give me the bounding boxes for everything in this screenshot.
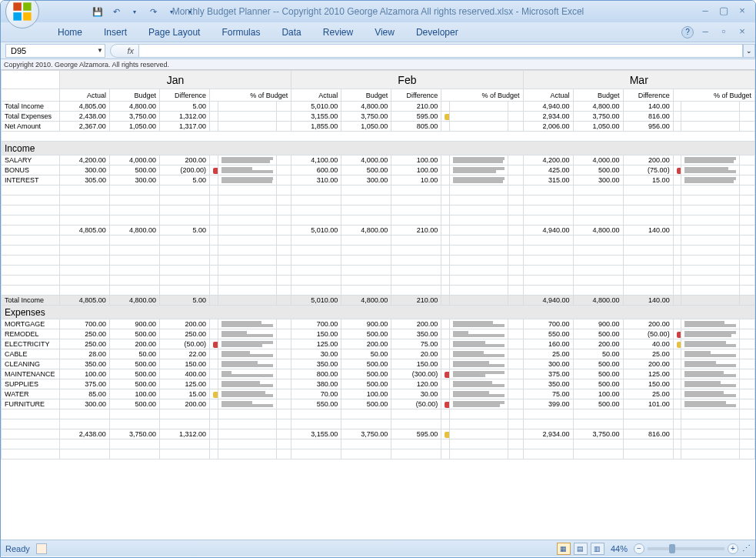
cell[interactable]: (50.00) [623, 329, 673, 339]
workbook-close-button[interactable]: × [735, 26, 749, 38]
cell[interactable]: 4,800.00 [341, 226, 391, 236]
cell[interactable]: 550.00 [291, 399, 341, 409]
cell[interactable]: 500.00 [341, 329, 391, 339]
cell[interactable]: 100.00 [341, 389, 391, 399]
cell[interactable]: 70.00 [291, 389, 341, 399]
cell[interactable]: 300.00 [573, 175, 623, 185]
data-table[interactable]: JanFebMarActualBudgetDifference% of Budg… [1, 70, 755, 459]
cell[interactable]: 150.00 [391, 359, 441, 369]
name-box-dropdown[interactable]: ▼ [97, 47, 103, 54]
insert-function-button[interactable]: fx [110, 44, 139, 58]
cell[interactable]: 50.00 [341, 349, 391, 359]
cell[interactable]: 100.00 [391, 165, 441, 175]
cell[interactable]: 305.00 [59, 175, 109, 185]
cell[interactable]: 140.00 [623, 296, 673, 306]
cell[interactable]: 200.00 [573, 339, 623, 349]
cell[interactable]: 1,312.00 [159, 429, 209, 439]
page-layout-view-button[interactable]: ▤ [574, 543, 588, 555]
cell[interactable]: 2,438.00 [59, 429, 109, 439]
cell[interactable]: 595.00 [391, 429, 441, 439]
zoom-level[interactable]: 44% [611, 544, 628, 553]
close-button[interactable]: × [735, 5, 749, 18]
cell[interactable]: 500.00 [109, 379, 159, 389]
zoom-slider[interactable] [648, 547, 724, 550]
cell[interactable]: 15.00 [159, 389, 209, 399]
cell[interactable] [681, 102, 740, 112]
cell[interactable]: 250.00 [59, 339, 109, 349]
help-button[interactable]: ? [681, 26, 694, 38]
cell[interactable]: 2,438.00 [59, 112, 109, 122]
cell[interactable] [450, 102, 508, 112]
cell[interactable] [681, 112, 740, 122]
cell[interactable]: 200.00 [623, 359, 673, 369]
macro-record-button[interactable] [36, 543, 47, 554]
cell[interactable] [218, 112, 276, 122]
cell[interactable]: 375.00 [523, 369, 573, 379]
cell[interactable]: 200.00 [391, 319, 441, 329]
cell[interactable]: 22.00 [159, 349, 209, 359]
cell[interactable]: 375.00 [59, 379, 109, 389]
cell[interactable]: 125.00 [291, 339, 341, 349]
cell[interactable]: 425.00 [523, 165, 573, 175]
cell[interactable]: 4,800.00 [109, 226, 159, 236]
cell[interactable]: 100.00 [573, 389, 623, 399]
cell[interactable]: 200.00 [159, 319, 209, 329]
page-break-view-button[interactable]: ▥ [591, 543, 604, 555]
cell[interactable]: 500.00 [341, 165, 391, 175]
cell[interactable]: 1,855.00 [291, 122, 341, 132]
cell[interactable]: 500.00 [573, 165, 623, 175]
cell[interactable]: 500.00 [573, 379, 623, 389]
cell[interactable]: 5.00 [159, 226, 209, 236]
cell[interactable]: 3,750.00 [109, 429, 159, 439]
cell[interactable]: 25.00 [523, 349, 573, 359]
cell[interactable]: 4,800.00 [341, 102, 391, 112]
undo-button[interactable]: ↶ [108, 4, 124, 19]
cell[interactable]: 3,750.00 [341, 112, 391, 122]
cell[interactable]: 805.00 [391, 122, 441, 132]
cell[interactable] [218, 102, 276, 112]
cell[interactable]: 500.00 [341, 399, 391, 409]
cell[interactable]: 315.00 [523, 175, 573, 185]
cell[interactable]: 30.00 [291, 349, 341, 359]
redo-dropdown[interactable]: ▾ [164, 4, 179, 19]
zoom-in-button[interactable]: + [728, 543, 738, 554]
name-box[interactable]: D95 ▼ [5, 44, 105, 58]
cell[interactable]: 75.00 [391, 339, 441, 349]
cell[interactable]: 350.00 [391, 329, 441, 339]
ribbon-tab-page-layout[interactable]: Page Layout [138, 24, 211, 41]
cell[interactable]: 4,805.00 [59, 226, 109, 236]
cell[interactable]: 140.00 [623, 226, 673, 236]
cell[interactable]: 4,800.00 [341, 296, 391, 306]
cell[interactable]: 700.00 [59, 319, 109, 329]
cell[interactable]: 125.00 [159, 379, 209, 389]
cell[interactable]: 4,800.00 [573, 296, 623, 306]
ribbon-tab-view[interactable]: View [364, 24, 405, 41]
resize-grip[interactable]: ⋰ [741, 543, 751, 553]
cell[interactable]: 800.00 [291, 369, 341, 379]
cell[interactable]: 4,940.00 [523, 296, 573, 306]
cell[interactable]: 200.00 [341, 339, 391, 349]
cell[interactable]: 120.00 [391, 379, 441, 389]
cell[interactable]: 28.00 [59, 349, 109, 359]
cell[interactable]: 500.00 [109, 359, 159, 369]
cell[interactable]: 200.00 [159, 399, 209, 409]
cell[interactable]: 250.00 [59, 329, 109, 339]
cell[interactable]: 20.00 [391, 349, 441, 359]
cell[interactable]: 150.00 [159, 359, 209, 369]
cell[interactable]: 600.00 [291, 165, 341, 175]
cell[interactable]: 2,006.00 [523, 122, 573, 132]
cell[interactable]: (50.00) [391, 399, 441, 409]
cell[interactable]: 500.00 [573, 369, 623, 379]
cell[interactable] [450, 122, 508, 132]
cell[interactable]: 4,940.00 [523, 102, 573, 112]
cell[interactable]: 30.00 [391, 389, 441, 399]
cell[interactable]: 900.00 [341, 319, 391, 329]
ribbon-minimize-button[interactable]: – [698, 26, 712, 38]
ribbon-restore-button[interactable]: ▫ [717, 26, 731, 38]
cell[interactable]: 2,367.00 [59, 122, 109, 132]
cell[interactable]: 300.00 [59, 165, 109, 175]
cell[interactable]: 1,050.00 [109, 122, 159, 132]
cell[interactable]: (300.00) [391, 369, 441, 379]
cell[interactable]: 1,050.00 [341, 122, 391, 132]
cell[interactable]: 125.00 [623, 369, 673, 379]
